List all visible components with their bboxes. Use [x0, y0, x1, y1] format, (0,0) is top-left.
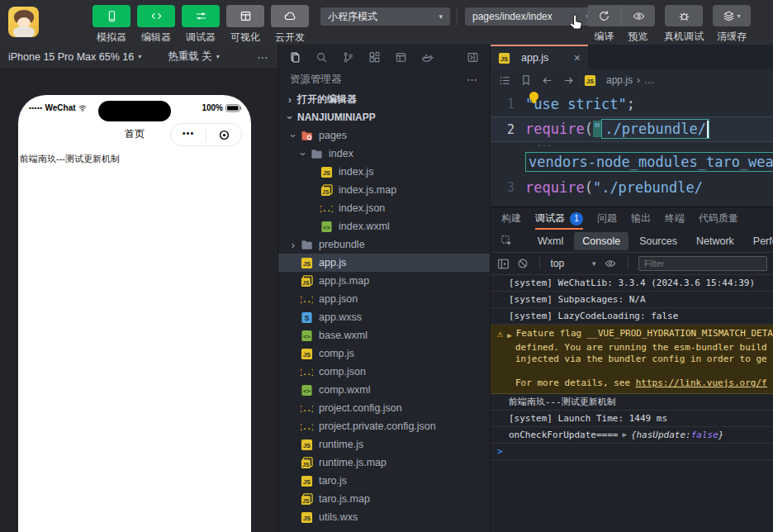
explorer-panel: 资源管理器 ⋯ › 打开的编辑器 › NANJIUMINIAPP ›pages›…	[277, 45, 490, 532]
editor-button[interactable]: 编辑器	[137, 5, 175, 45]
svg-text:JS: JS	[303, 477, 311, 485]
tree-item-prebundle[interactable]: ›prebundle	[278, 235, 490, 254]
simulator-button[interactable]: 模拟器	[92, 5, 130, 45]
json-file-icon: {..}	[301, 420, 313, 433]
mode-select[interactable]: 小程序模式 ▾	[320, 7, 450, 26]
tree-item-index-js[interactable]: JSindex.js	[278, 163, 490, 181]
devtools-tab-performance[interactable]: Performance	[745, 232, 773, 250]
files-icon[interactable]	[289, 51, 301, 64]
console-row-log: 前端南玖---测试更新机制	[491, 394, 773, 411]
cloud-dev-button[interactable]: 云开发	[271, 5, 309, 45]
exit-mini-program-button[interactable]	[206, 129, 241, 141]
tree-item-runtime-js-map[interactable]: JSruntime.js.map	[278, 454, 490, 472]
tree-item-utils-wxs[interactable]: JSutils.wxs	[278, 508, 490, 526]
capsule-menu: •••	[170, 123, 242, 146]
search-icon[interactable]	[315, 51, 328, 64]
tree-item-comp-js[interactable]: JScomp.js	[278, 344, 490, 363]
page-path-select[interactable]: pages/index/index ▾	[465, 7, 597, 26]
tree-item-base-wxml[interactable]: <>base.wxml	[278, 326, 490, 344]
breadcrumb[interactable]: JS app.js › …	[584, 74, 654, 87]
log-text: [system] WeChatLib: 3.3.4 (2024.3.6 15:4…	[509, 278, 755, 288]
svg-text:JS: JS	[322, 189, 330, 195]
navigate-forward-icon[interactable]	[562, 74, 575, 87]
panel-tab-问题[interactable]: 问题	[597, 207, 617, 230]
close-icon[interactable]: ×	[574, 52, 581, 64]
remote-debug-button[interactable]: 真机调试	[664, 5, 704, 44]
hot-reload-toggle[interactable]: 热重载 关 ▾	[168, 50, 220, 64]
chevron-down-icon: ›	[287, 128, 300, 143]
expand-triangle-icon[interactable]: ▶	[622, 430, 626, 439]
clear-cache-label: 清缓存	[717, 30, 747, 44]
tree-item-index-js-map[interactable]: JSindex.js.map	[278, 181, 490, 199]
panel-tab-label: 输出	[631, 211, 651, 226]
expand-triangle-icon[interactable]: ▶	[507, 328, 511, 342]
devtools-tab-sources[interactable]: Sources	[631, 232, 685, 250]
device-select[interactable]: iPhone 15 Pro Max 65% 16 ▾	[8, 51, 141, 63]
navigate-back-icon[interactable]	[541, 74, 553, 87]
sidebar-toggle-icon[interactable]	[497, 258, 510, 270]
layout-grid-icon[interactable]	[395, 51, 407, 64]
panel-tab-输出[interactable]: 输出	[631, 207, 651, 230]
tab-app-js[interactable]: JS app.js ×	[491, 45, 588, 69]
context-select[interactable]: top ▾	[550, 258, 595, 269]
simulator-more-icon[interactable]: ⋯	[257, 50, 269, 64]
chevron-right-icon: ›	[286, 239, 301, 251]
warning-link[interactable]: https://link.vuejs.org/fea	[636, 378, 767, 388]
tree-item-comp-json[interactable]: {..}comp.json	[278, 363, 490, 381]
panel-tab-终端[interactable]: 终端	[665, 207, 685, 230]
tree-item-taro-js-map[interactable]: JStaro.js.map	[278, 490, 490, 508]
code-editor[interactable]: 1"use strict";2require("./prebundle/...v…	[491, 91, 773, 207]
tree-item-pages[interactable]: ›pages	[278, 126, 490, 145]
debugger-button[interactable]: 调试器	[182, 5, 220, 45]
bookmark-icon[interactable]	[520, 74, 532, 86]
tree-item-project-config-json[interactable]: {..}project.config.json	[278, 399, 490, 417]
visualizer-button[interactable]: 可视化	[226, 5, 264, 45]
tree-item-label: app.json	[319, 293, 358, 305]
open-editors-section[interactable]: › 打开的编辑器	[278, 90, 490, 108]
breadcrumb-bar: JS app.js › …	[491, 69, 773, 91]
compile-button[interactable]: 编译	[587, 5, 621, 44]
tree-item-taro-js[interactable]: JStaro.js	[278, 472, 490, 490]
console-row-system: [system] Launch Time: 1449 ms	[491, 411, 773, 427]
panel-tab-代码质量[interactable]: 代码质量	[699, 207, 738, 230]
devtools-tab-network[interactable]: Network	[688, 232, 742, 250]
outline-list-icon[interactable]	[499, 74, 511, 87]
tree-item-index-json[interactable]: {..}index.json	[278, 199, 490, 217]
extensions-icon[interactable]	[368, 51, 381, 64]
docker-icon[interactable]	[421, 51, 434, 64]
json-file-icon: {..}	[320, 202, 333, 215]
tree-item-label: index.wxml	[339, 221, 390, 232]
project-root-section[interactable]: › NANJIUMINIAPP	[278, 108, 490, 126]
devtools-tab-wxml[interactable]: Wxml	[529, 232, 571, 250]
tree-item-app-wxss[interactable]: Sapp.wxss	[278, 308, 490, 326]
tree-item-index-wxml[interactable]: <>index.wxml	[278, 217, 490, 235]
tree-item-app-js[interactable]: JSapp.js	[278, 254, 490, 272]
eye-icon[interactable]	[604, 258, 617, 269]
tree-item-runtime-js[interactable]: JSruntime.js	[278, 435, 490, 454]
svg-text:JS: JS	[302, 498, 310, 504]
lightbulb-icon[interactable]	[529, 92, 538, 101]
clear-console-icon[interactable]	[517, 258, 529, 269]
panel-tab-调试器[interactable]: 调试器1	[535, 207, 583, 230]
collapse-panel-icon[interactable]	[467, 51, 479, 64]
devtools-tab-console[interactable]: Console	[574, 232, 628, 250]
inspect-element-icon[interactable]	[496, 235, 518, 247]
tree-item-index[interactable]: ›index	[278, 145, 490, 163]
clear-cache-button[interactable]: ▾清缓存	[713, 5, 751, 44]
battery-indicator: 100%	[202, 103, 242, 112]
console-filter-input[interactable]	[638, 256, 767, 271]
console-prompt[interactable]: >	[497, 446, 503, 457]
svg-text:{..}: {..}	[301, 405, 313, 413]
tree-item-app-json[interactable]: {..}app.json	[278, 290, 490, 308]
more-menu-button[interactable]: •••	[171, 129, 206, 141]
user-avatar[interactable]	[8, 7, 39, 37]
tree-item-comp-wxml[interactable]: <>comp.wxml	[278, 381, 490, 399]
source-control-icon[interactable]	[342, 51, 354, 64]
wxss-file-icon: S	[301, 311, 313, 324]
explorer-more-icon[interactable]: ⋯	[467, 74, 478, 86]
more-dots-icon: •••	[183, 129, 195, 141]
tree-item-app-js-map[interactable]: JSapp.js.map	[278, 272, 490, 290]
tree-item-project-private-config-json[interactable]: {..}project.private.config.json	[278, 417, 490, 435]
panel-tab-构建[interactable]: 构建	[501, 207, 521, 230]
preview-button[interactable]: 预览	[621, 5, 655, 44]
